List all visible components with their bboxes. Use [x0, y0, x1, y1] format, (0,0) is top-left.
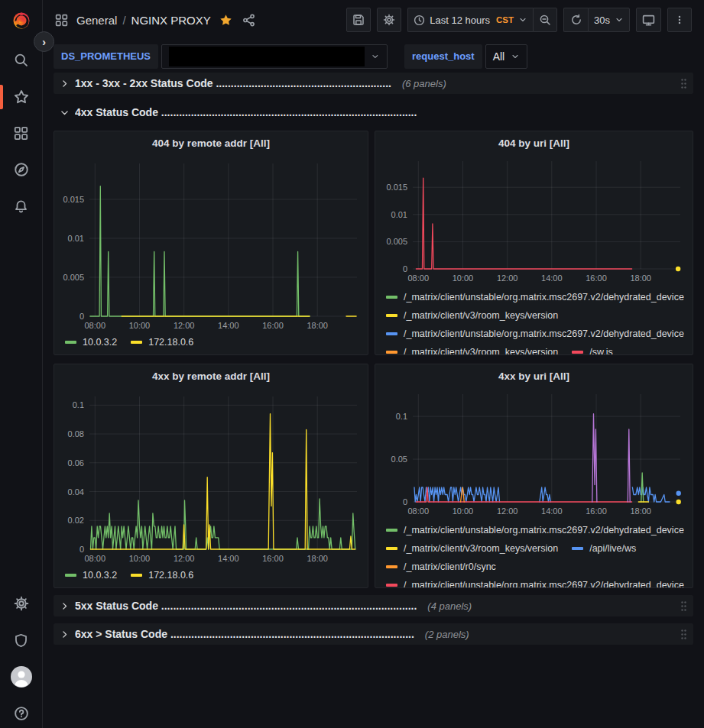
svg-text:0: 0	[79, 545, 84, 554]
legend-item[interactable]: /_matrix/client/v3/room_keys/version	[386, 542, 558, 555]
panel-title[interactable]: 404 by uri [All]	[375, 131, 693, 154]
svg-text:0.1: 0.1	[395, 412, 407, 421]
favorite-star-icon[interactable]	[218, 12, 234, 28]
grafana-logo-icon	[10, 9, 33, 32]
apps-grid-icon[interactable]	[54, 12, 70, 28]
breadcrumb-section[interactable]: General	[76, 14, 117, 27]
panel-title[interactable]: 404 by remote addr [All]	[54, 131, 368, 154]
legend-item[interactable]: /api/live/ws	[572, 542, 636, 555]
svg-text:12:00: 12:00	[174, 554, 195, 563]
sidebar-item-profile[interactable]	[0, 664, 42, 690]
legend-item[interactable]: 10.0.3.2	[65, 336, 117, 348]
variable-label-request-host[interactable]: request_host	[404, 44, 482, 69]
kiosk-mode-button[interactable]	[636, 8, 661, 32]
sidebar-item-server-admin[interactable]	[0, 627, 42, 653]
svg-text:0.1: 0.1	[73, 400, 84, 409]
avatar	[10, 665, 33, 688]
timeseries-chart[interactable]: 08:0010:0012:0014:0016:0018:0000.0050.01…	[379, 154, 689, 286]
panel-title[interactable]: 4xx by remote addr [All]	[54, 364, 368, 387]
panel-title[interactable]: 4xx by uri [All]	[375, 364, 693, 387]
legend-label: 172.18.0.6	[148, 569, 193, 581]
svg-text:0: 0	[402, 497, 407, 506]
breadcrumb: General / NGINX PROXY	[76, 14, 211, 27]
svg-text:16:00: 16:00	[262, 321, 284, 330]
legend-item[interactable]: /_matrix/client/unstable/org.matrix.msc2…	[386, 328, 684, 340]
svg-text:08:00: 08:00	[407, 273, 429, 283]
svg-text:0.05: 0.05	[391, 455, 407, 464]
grafana-app: › General / NGINX PROXY	[0, 0, 704, 728]
row-title: 1xx - 3xx - 2xx Status Code ............…	[75, 77, 391, 89]
sidebar-item-explore[interactable]	[0, 157, 42, 183]
svg-text:0.01: 0.01	[391, 210, 407, 219]
row-drag-handle[interactable]	[680, 78, 687, 89]
legend-label: /_matrix/client/v3/room_keys/version	[404, 346, 558, 354]
refresh-button[interactable]	[563, 8, 588, 32]
page-title[interactable]: NGINX PROXY	[131, 14, 211, 27]
row-6xx[interactable]: 6xx > Status Code ......................…	[54, 623, 693, 645]
row-drag-handle[interactable]	[680, 600, 687, 612]
svg-text:16:00: 16:00	[586, 273, 607, 283]
share-icon[interactable]	[241, 12, 257, 28]
legend-label: 172.18.0.6	[148, 336, 193, 348]
grafana-logo[interactable]	[0, 7, 42, 34]
timeseries-chart[interactable]: 08:0010:0012:0014:0016:0018:0000.0050.01…	[56, 154, 366, 333]
svg-text:0: 0	[402, 264, 407, 273]
sidebar-item-configuration[interactable]	[0, 590, 42, 616]
row-4xx[interactable]: 4xx Status Code ........................…	[54, 102, 693, 123]
legend-label: /_matrix/client/unstable/org.matrix.msc2…	[404, 524, 684, 536]
svg-text:18:00: 18:00	[307, 554, 328, 563]
svg-text:0: 0	[79, 312, 84, 321]
shield-icon	[14, 633, 28, 648]
sidebar-expand-button[interactable]: ›	[34, 31, 54, 52]
save-dashboard-button[interactable]	[346, 8, 371, 32]
legend-item[interactable]: /sw.js	[572, 346, 613, 354]
more-options-button[interactable]	[667, 8, 692, 32]
sidebar-item-starred[interactable]	[0, 84, 42, 110]
legend-label: /_matrix/client/v3/room_keys/version	[404, 542, 558, 555]
chevron-right-icon	[60, 79, 70, 89]
legend-swatch	[65, 574, 76, 577]
variable-value-request-host[interactable]: All	[485, 44, 528, 69]
legend-item[interactable]: 10.0.3.2	[65, 569, 117, 581]
legend-swatch	[131, 574, 142, 577]
legend-label: 10.0.3.2	[83, 336, 117, 348]
legend-item[interactable]: /_matrix/client/v3/room_keys/version	[386, 309, 558, 322]
sidebar-item-help[interactable]	[0, 700, 42, 726]
variable-label-ds-prometheus[interactable]: DS_PROMETHEUS	[54, 44, 158, 69]
zoom-out-button[interactable]	[533, 8, 557, 32]
svg-text:14:00: 14:00	[218, 321, 239, 330]
timeseries-chart[interactable]: 08:0010:0012:0014:0016:0018:0000.050.1	[379, 387, 689, 519]
search-icon	[14, 53, 28, 67]
timezone-label: CST	[496, 15, 514, 24]
sidebar-item-search[interactable]	[0, 47, 42, 73]
legend-label: /_matrix/client/unstable/org.matrix.msc2…	[404, 328, 684, 340]
refresh-interval-picker[interactable]: 30s	[588, 8, 630, 32]
time-range-picker[interactable]: Last 12 hours CST	[407, 8, 533, 32]
row-1xx-3xx-2xx[interactable]: 1xx - 3xx - 2xx Status Code ............…	[54, 73, 693, 94]
svg-text:10:00: 10:00	[129, 554, 151, 563]
row-5xx[interactable]: 5xx Status Code ........................…	[54, 595, 693, 616]
legend-label: /_matrix/client/unstable/org.matrix.msc2…	[404, 291, 684, 303]
svg-text:10:00: 10:00	[452, 273, 473, 283]
legend-item[interactable]: 172.18.0.6	[131, 336, 193, 348]
legend-item[interactable]: /_matrix/client/unstable/org.matrix.msc2…	[386, 291, 684, 303]
help-icon	[14, 706, 29, 721]
dashboard-settings-button[interactable]	[377, 8, 401, 32]
variable-value-ds-prometheus[interactable]	[161, 44, 388, 69]
sidebar-item-dashboards[interactable]	[0, 120, 42, 146]
legend-swatch	[386, 565, 397, 568]
legend-item[interactable]: /_matrix/client/v3/room_keys/version	[386, 346, 558, 354]
legend-item[interactable]: /_matrix/client/unstable/org.matrix.msc2…	[386, 524, 684, 536]
timeseries-chart[interactable]: 08:0010:0012:0014:0016:0018:0000.020.040…	[56, 387, 366, 566]
svg-text:08:00: 08:00	[85, 554, 106, 563]
sidebar-item-alerting[interactable]	[0, 193, 42, 219]
svg-text:12:00: 12:00	[496, 273, 517, 283]
star-icon	[14, 89, 29, 105]
dashboards-grid-icon	[14, 126, 28, 141]
legend-item[interactable]: /_matrix/client/unstable/org.matrix.msc2…	[386, 579, 684, 587]
row-title: 6xx > Status Code ......................…	[75, 628, 414, 640]
row-drag-handle[interactable]	[680, 629, 687, 640]
legend-item[interactable]: 172.18.0.6	[131, 569, 193, 581]
legend-item[interactable]: /_matrix/client/r0/sync	[386, 561, 496, 573]
svg-text:18:00: 18:00	[630, 273, 651, 283]
